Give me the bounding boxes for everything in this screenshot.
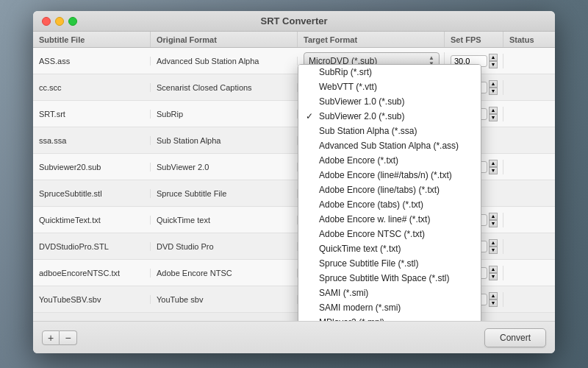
fps-up-2[interactable]: ▲ [489,107,498,114]
dropdown-item-adobe-encore[interactable]: Adobe Encore (*.txt) [298,153,481,168]
cell-original-8: Adobe Encore NTSC [151,269,298,277]
window-title: SRT Converter [260,15,327,26]
fps-up-6[interactable]: ▲ [489,213,498,220]
col-header-target: Target Format [298,32,445,47]
dropdown-item-adobe-encore-tabs[interactable]: Adobe Encore (tabs) (*.txt) [298,197,481,212]
dropdown-item-quicktime[interactable]: QuickTime text (*.txt) [298,241,481,256]
fps-down-6[interactable]: ▼ [489,220,498,227]
fps-up-7[interactable]: ▲ [489,239,498,247]
fps-down-0[interactable]: ▼ [489,61,498,68]
cell-subtitle-9: YouTubeSBV.sbv [33,295,151,304]
fps-stepper-1: ▲ ▼ [489,80,498,95]
cell-subtitle-8: adboeEncoreNTSC.txt [33,269,151,277]
dropdown-item-spruce-space[interactable]: Spruce Subtitle With Space (*.stl) [298,271,481,286]
cell-original-6: QuickTime text [151,216,298,224]
fps-stepper-0: ▲ ▼ [489,54,498,68]
col-header-subtitle: Subtitle File [33,32,151,47]
dropdown-item-subviewer2[interactable]: SubViewer 2.0 (*.sub) [298,109,481,124]
content-area: ASS.ass Advanced Sub Station Alpha Micro… [33,48,555,321]
fps-up-1[interactable]: ▲ [489,80,498,88]
dropdown-item-mplayer2[interactable]: MPlayer2 (*.mpl) [298,315,481,321]
cell-subtitle-7: DVDStudioPro.STL [33,242,151,251]
table-header: Subtitle File Original Format Target For… [33,32,555,48]
dropdown-item-adobe-encore-line[interactable]: Adobe Encore (line/tabs) (*.txt) [298,183,481,197]
dropdown-item-substation[interactable]: Sub Station Alpha (*.ssa) [298,124,481,138]
bottom-bar: + − Convert [33,321,555,353]
minimize-button[interactable] [55,17,64,26]
convert-button[interactable]: Convert [484,328,546,347]
cell-subtitle-2: SRT.srt [33,110,151,118]
fps-down-9[interactable]: ▼ [489,300,498,307]
remove-button[interactable]: − [60,330,77,345]
cell-original-7: DVD Studio Pro [151,242,298,251]
maximize-button[interactable] [68,17,77,26]
cell-original-1: Scenarist Closed Captions [151,83,298,92]
fps-down-7[interactable]: ▼ [489,247,498,254]
cell-subtitle-4: Subviewer20.sub [33,163,151,171]
main-window: SRT Converter Subtitle File Original For… [33,11,555,353]
fps-stepper-6: ▲ ▼ [489,213,498,227]
dropdown-item-sami-modern[interactable]: SAMI modern (*.smi) [298,300,481,315]
fps-stepper-4: ▲ ▼ [489,160,498,174]
traffic-lights [42,17,77,26]
fps-stepper-2: ▲ ▼ [489,107,498,121]
dropdown-item-adobe-encore-ntsc[interactable]: Adobe Encore NTSC (*.txt) [298,227,481,241]
col-header-fps: Set FPS [445,32,503,47]
cell-original-3: Sub Station Alpha [151,136,298,145]
cell-subtitle-5: SpruceSubtitle.stl [33,189,151,198]
cell-original-9: YouTube sbv [151,295,298,304]
cell-subtitle-1: cc.scc [33,83,151,92]
add-remove-group: + − [42,330,77,345]
dropdown-item-sami[interactable]: SAMI (*.smi) [298,286,481,300]
dropdown-item-webvtt[interactable]: WebVTT (*.vtt) [298,79,481,94]
fps-up-8[interactable]: ▲ [489,266,498,273]
fps-down-1[interactable]: ▼ [489,88,498,95]
close-button[interactable] [42,17,51,26]
dropdown-item-subviewer1[interactable]: SubViewer 1.0 (*.sub) [298,94,481,109]
fps-down-8[interactable]: ▼ [489,273,498,280]
cell-subtitle-3: ssa.ssa [33,136,151,145]
title-bar: SRT Converter [33,11,555,32]
fps-stepper-7: ▲ ▼ [489,239,498,254]
fps-down-2[interactable]: ▼ [489,114,498,121]
dropdown-item-adobe-encore-w-line[interactable]: Adobe Encore w. line# (*.txt) [298,212,481,227]
cell-original-4: SubViewer 2.0 [151,163,298,171]
cell-subtitle-6: QuicktimeText.txt [33,216,151,224]
dropdown-item-subrip[interactable]: SubRip (*.srt) [298,65,481,79]
dropdown-item-spruce[interactable]: Spruce Subtitle File (*.stl) [298,256,481,271]
cell-subtitle-0: ASS.ass [33,57,151,66]
dropdown-item-advsubstation[interactable]: Advanced Sub Station Alpha (*.ass) [298,138,481,153]
fps-up-4[interactable]: ▲ [489,160,498,167]
dropdown-item-adobe-encore-tabs-n[interactable]: Adobe Encore (line#/tabs/n) (*.txt) [298,168,481,183]
col-header-status: Status [503,32,555,47]
target-format-dropdown[interactable]: SubRip (*.srt) WebVTT (*.vtt) SubViewer … [298,64,481,321]
add-button[interactable]: + [42,330,60,345]
cell-original-5: Spruce Subtitle File [151,189,298,198]
cell-original-0: Advanced Sub Station Alpha [151,57,298,66]
fps-down-4[interactable]: ▼ [489,167,498,174]
fps-up-9[interactable]: ▲ [489,292,498,300]
fps-up-0[interactable]: ▲ [489,54,498,61]
cell-original-2: SubRip [151,110,298,118]
fps-stepper-9: ▲ ▼ [489,292,498,307]
col-header-original: Original Format [151,32,298,47]
fps-stepper-8: ▲ ▼ [489,266,498,280]
